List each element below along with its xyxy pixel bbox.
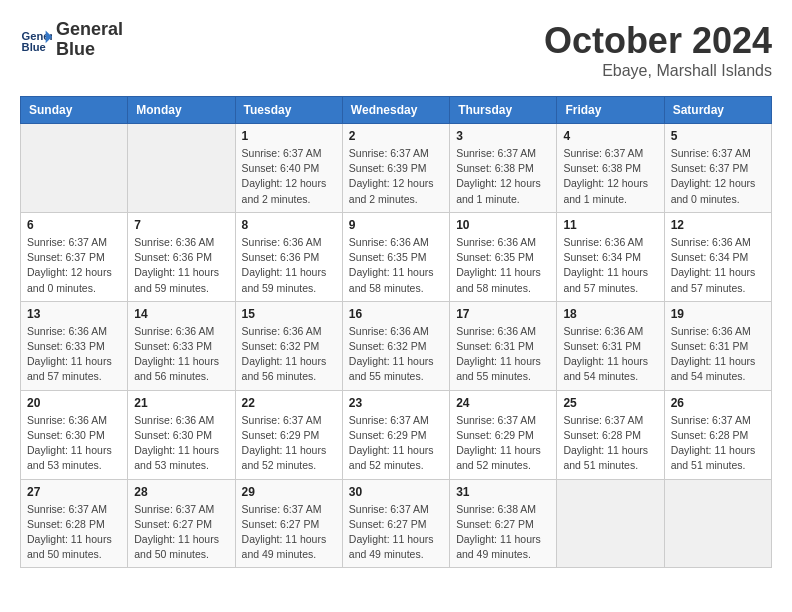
calendar-cell: 20Sunrise: 6:36 AMSunset: 6:30 PMDayligh… <box>21 390 128 479</box>
day-info: Sunrise: 6:36 AMSunset: 6:33 PMDaylight:… <box>134 324 228 385</box>
day-number: 17 <box>456 307 550 321</box>
day-number: 15 <box>242 307 336 321</box>
day-info: Sunrise: 6:37 AMSunset: 6:29 PMDaylight:… <box>349 413 443 474</box>
calendar-cell <box>21 124 128 213</box>
calendar-week-row: 1Sunrise: 6:37 AMSunset: 6:40 PMDaylight… <box>21 124 772 213</box>
calendar-table: SundayMondayTuesdayWednesdayThursdayFrid… <box>20 96 772 568</box>
day-number: 7 <box>134 218 228 232</box>
weekday-header: Friday <box>557 97 664 124</box>
calendar-cell <box>128 124 235 213</box>
day-number: 13 <box>27 307 121 321</box>
day-info: Sunrise: 6:37 AMSunset: 6:29 PMDaylight:… <box>456 413 550 474</box>
day-info: Sunrise: 6:37 AMSunset: 6:37 PMDaylight:… <box>27 235 121 296</box>
calendar-cell: 30Sunrise: 6:37 AMSunset: 6:27 PMDayligh… <box>342 479 449 568</box>
day-info: Sunrise: 6:37 AMSunset: 6:27 PMDaylight:… <box>242 502 336 563</box>
calendar-cell: 27Sunrise: 6:37 AMSunset: 6:28 PMDayligh… <box>21 479 128 568</box>
day-number: 9 <box>349 218 443 232</box>
logo-line2: Blue <box>56 40 123 60</box>
day-number: 3 <box>456 129 550 143</box>
calendar-cell: 18Sunrise: 6:36 AMSunset: 6:31 PMDayligh… <box>557 301 664 390</box>
calendar-cell: 8Sunrise: 6:36 AMSunset: 6:36 PMDaylight… <box>235 212 342 301</box>
day-number: 25 <box>563 396 657 410</box>
weekday-header: Thursday <box>450 97 557 124</box>
calendar-cell <box>664 479 771 568</box>
calendar-cell: 15Sunrise: 6:36 AMSunset: 6:32 PMDayligh… <box>235 301 342 390</box>
day-number: 6 <box>27 218 121 232</box>
calendar-cell: 4Sunrise: 6:37 AMSunset: 6:38 PMDaylight… <box>557 124 664 213</box>
calendar-cell: 7Sunrise: 6:36 AMSunset: 6:36 PMDaylight… <box>128 212 235 301</box>
weekday-header: Wednesday <box>342 97 449 124</box>
day-number: 14 <box>134 307 228 321</box>
day-number: 1 <box>242 129 336 143</box>
day-info: Sunrise: 6:36 AMSunset: 6:34 PMDaylight:… <box>671 235 765 296</box>
calendar-header-row: SundayMondayTuesdayWednesdayThursdayFrid… <box>21 97 772 124</box>
calendar-cell: 6Sunrise: 6:37 AMSunset: 6:37 PMDaylight… <box>21 212 128 301</box>
day-info: Sunrise: 6:36 AMSunset: 6:30 PMDaylight:… <box>134 413 228 474</box>
day-info: Sunrise: 6:36 AMSunset: 6:31 PMDaylight:… <box>563 324 657 385</box>
day-number: 31 <box>456 485 550 499</box>
day-info: Sunrise: 6:36 AMSunset: 6:30 PMDaylight:… <box>27 413 121 474</box>
calendar-cell: 12Sunrise: 6:36 AMSunset: 6:34 PMDayligh… <box>664 212 771 301</box>
calendar-cell: 26Sunrise: 6:37 AMSunset: 6:28 PMDayligh… <box>664 390 771 479</box>
calendar-cell: 5Sunrise: 6:37 AMSunset: 6:37 PMDaylight… <box>664 124 771 213</box>
calendar-cell <box>557 479 664 568</box>
day-info: Sunrise: 6:36 AMSunset: 6:36 PMDaylight:… <box>134 235 228 296</box>
day-number: 10 <box>456 218 550 232</box>
day-number: 5 <box>671 129 765 143</box>
day-info: Sunrise: 6:36 AMSunset: 6:31 PMDaylight:… <box>671 324 765 385</box>
day-number: 12 <box>671 218 765 232</box>
calendar-week-row: 13Sunrise: 6:36 AMSunset: 6:33 PMDayligh… <box>21 301 772 390</box>
calendar-cell: 13Sunrise: 6:36 AMSunset: 6:33 PMDayligh… <box>21 301 128 390</box>
day-number: 8 <box>242 218 336 232</box>
page-header: General Blue General Blue October 2024 E… <box>20 20 772 80</box>
day-info: Sunrise: 6:37 AMSunset: 6:29 PMDaylight:… <box>242 413 336 474</box>
day-number: 24 <box>456 396 550 410</box>
day-info: Sunrise: 6:37 AMSunset: 6:28 PMDaylight:… <box>27 502 121 563</box>
calendar-cell: 9Sunrise: 6:36 AMSunset: 6:35 PMDaylight… <box>342 212 449 301</box>
day-info: Sunrise: 6:36 AMSunset: 6:32 PMDaylight:… <box>242 324 336 385</box>
calendar-cell: 25Sunrise: 6:37 AMSunset: 6:28 PMDayligh… <box>557 390 664 479</box>
logo-icon: General Blue <box>20 24 52 56</box>
calendar-cell: 2Sunrise: 6:37 AMSunset: 6:39 PMDaylight… <box>342 124 449 213</box>
weekday-header: Tuesday <box>235 97 342 124</box>
day-info: Sunrise: 6:36 AMSunset: 6:32 PMDaylight:… <box>349 324 443 385</box>
logo: General Blue General Blue <box>20 20 123 60</box>
calendar-week-row: 20Sunrise: 6:36 AMSunset: 6:30 PMDayligh… <box>21 390 772 479</box>
day-number: 4 <box>563 129 657 143</box>
day-number: 21 <box>134 396 228 410</box>
calendar-cell: 24Sunrise: 6:37 AMSunset: 6:29 PMDayligh… <box>450 390 557 479</box>
day-number: 19 <box>671 307 765 321</box>
weekday-header: Sunday <box>21 97 128 124</box>
calendar-cell: 21Sunrise: 6:36 AMSunset: 6:30 PMDayligh… <box>128 390 235 479</box>
calendar-cell: 17Sunrise: 6:36 AMSunset: 6:31 PMDayligh… <box>450 301 557 390</box>
day-info: Sunrise: 6:36 AMSunset: 6:35 PMDaylight:… <box>456 235 550 296</box>
calendar-cell: 29Sunrise: 6:37 AMSunset: 6:27 PMDayligh… <box>235 479 342 568</box>
day-number: 16 <box>349 307 443 321</box>
title-block: October 2024 Ebaye, Marshall Islands <box>544 20 772 80</box>
day-info: Sunrise: 6:37 AMSunset: 6:38 PMDaylight:… <box>563 146 657 207</box>
calendar-cell: 28Sunrise: 6:37 AMSunset: 6:27 PMDayligh… <box>128 479 235 568</box>
logo-line1: General <box>56 20 123 40</box>
day-number: 20 <box>27 396 121 410</box>
calendar-cell: 22Sunrise: 6:37 AMSunset: 6:29 PMDayligh… <box>235 390 342 479</box>
day-number: 30 <box>349 485 443 499</box>
day-info: Sunrise: 6:37 AMSunset: 6:38 PMDaylight:… <box>456 146 550 207</box>
day-number: 22 <box>242 396 336 410</box>
calendar-week-row: 6Sunrise: 6:37 AMSunset: 6:37 PMDaylight… <box>21 212 772 301</box>
weekday-header: Saturday <box>664 97 771 124</box>
day-number: 2 <box>349 129 443 143</box>
day-info: Sunrise: 6:37 AMSunset: 6:28 PMDaylight:… <box>563 413 657 474</box>
day-info: Sunrise: 6:37 AMSunset: 6:37 PMDaylight:… <box>671 146 765 207</box>
calendar-cell: 16Sunrise: 6:36 AMSunset: 6:32 PMDayligh… <box>342 301 449 390</box>
day-number: 23 <box>349 396 443 410</box>
day-info: Sunrise: 6:36 AMSunset: 6:34 PMDaylight:… <box>563 235 657 296</box>
logo-text: General Blue <box>56 20 123 60</box>
calendar-cell: 19Sunrise: 6:36 AMSunset: 6:31 PMDayligh… <box>664 301 771 390</box>
calendar-cell: 14Sunrise: 6:36 AMSunset: 6:33 PMDayligh… <box>128 301 235 390</box>
day-info: Sunrise: 6:36 AMSunset: 6:31 PMDaylight:… <box>456 324 550 385</box>
calendar-cell: 31Sunrise: 6:38 AMSunset: 6:27 PMDayligh… <box>450 479 557 568</box>
title-month: October 2024 <box>544 20 772 62</box>
day-number: 27 <box>27 485 121 499</box>
day-info: Sunrise: 6:38 AMSunset: 6:27 PMDaylight:… <box>456 502 550 563</box>
calendar-week-row: 27Sunrise: 6:37 AMSunset: 6:28 PMDayligh… <box>21 479 772 568</box>
